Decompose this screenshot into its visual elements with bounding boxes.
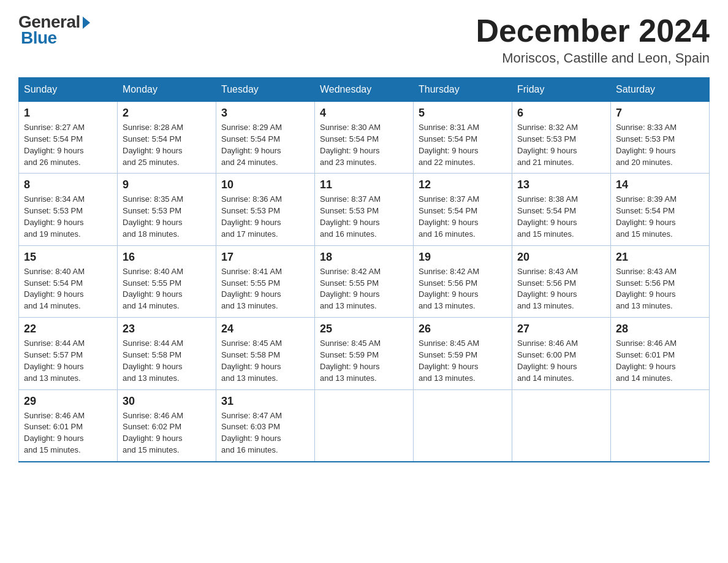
day-number: 11 (320, 178, 408, 191)
calendar-cell (512, 389, 611, 462)
calendar-cell: 10 Sunrise: 8:36 AMSunset: 5:53 PMDaylig… (216, 174, 315, 245)
day-number: 5 (419, 107, 507, 120)
calendar-cell: 7 Sunrise: 8:33 AMSunset: 5:53 PMDayligh… (611, 102, 710, 174)
calendar-cell: 1 Sunrise: 8:27 AMSunset: 5:54 PMDayligh… (19, 102, 118, 174)
day-info: Sunrise: 8:35 AMSunset: 5:53 PMDaylight:… (123, 194, 183, 239)
day-number: 23 (123, 323, 211, 335)
day-number: 27 (517, 323, 605, 335)
calendar-cell: 25 Sunrise: 8:45 AMSunset: 5:59 PMDaylig… (315, 318, 414, 389)
day-info: Sunrise: 8:46 AMSunset: 6:00 PMDaylight:… (517, 339, 578, 383)
location-title: Moriscos, Castille and Leon, Spain (476, 50, 710, 66)
day-number: 26 (419, 323, 507, 335)
logo-arrow-icon (83, 17, 90, 29)
day-info: Sunrise: 8:34 AMSunset: 5:53 PMDaylight:… (24, 194, 85, 239)
calendar-cell: 26 Sunrise: 8:45 AMSunset: 5:59 PMDaylig… (414, 318, 512, 389)
calendar-header-saturday: Saturday (611, 78, 710, 102)
day-info: Sunrise: 8:45 AMSunset: 5:59 PMDaylight:… (419, 339, 479, 383)
calendar-cell: 14 Sunrise: 8:39 AMSunset: 5:54 PMDaylig… (611, 174, 710, 245)
calendar-cell: 22 Sunrise: 8:44 AMSunset: 5:57 PMDaylig… (19, 318, 118, 389)
calendar-cell: 30 Sunrise: 8:46 AMSunset: 6:02 PMDaylig… (118, 389, 216, 462)
day-info: Sunrise: 8:40 AMSunset: 5:55 PMDaylight:… (123, 267, 183, 311)
day-info: Sunrise: 8:44 AMSunset: 5:58 PMDaylight:… (123, 339, 183, 383)
day-info: Sunrise: 8:29 AMSunset: 5:54 PMDaylight:… (221, 123, 282, 167)
calendar-cell: 12 Sunrise: 8:37 AMSunset: 5:54 PMDaylig… (414, 174, 512, 245)
day-number: 3 (221, 107, 309, 120)
calendar-cell: 21 Sunrise: 8:43 AMSunset: 5:56 PMDaylig… (611, 245, 710, 317)
day-number: 10 (221, 178, 309, 191)
calendar-cell: 13 Sunrise: 8:38 AMSunset: 5:54 PMDaylig… (512, 174, 611, 245)
calendar-cell: 17 Sunrise: 8:41 AMSunset: 5:55 PMDaylig… (216, 245, 315, 317)
day-number: 30 (123, 395, 211, 408)
day-info: Sunrise: 8:47 AMSunset: 6:03 PMDaylight:… (221, 411, 282, 455)
day-number: 25 (320, 323, 408, 335)
day-number: 28 (616, 323, 704, 335)
day-info: Sunrise: 8:43 AMSunset: 5:56 PMDaylight:… (517, 267, 578, 311)
day-info: Sunrise: 8:45 AMSunset: 5:58 PMDaylight:… (221, 339, 282, 383)
calendar-week-row: 15 Sunrise: 8:40 AMSunset: 5:54 PMDaylig… (19, 245, 710, 317)
day-info: Sunrise: 8:37 AMSunset: 5:53 PMDaylight:… (320, 194, 381, 239)
calendar-cell: 27 Sunrise: 8:46 AMSunset: 6:00 PMDaylig… (512, 318, 611, 389)
day-number: 6 (517, 107, 605, 120)
calendar-cell: 19 Sunrise: 8:42 AMSunset: 5:56 PMDaylig… (414, 245, 512, 317)
calendar-week-row: 29 Sunrise: 8:46 AMSunset: 6:01 PMDaylig… (19, 389, 710, 462)
day-number: 12 (419, 178, 507, 191)
calendar-cell: 16 Sunrise: 8:40 AMSunset: 5:55 PMDaylig… (118, 245, 216, 317)
day-info: Sunrise: 8:44 AMSunset: 5:57 PMDaylight:… (24, 339, 85, 383)
calendar-header-wednesday: Wednesday (315, 78, 414, 102)
day-number: 18 (320, 251, 408, 264)
day-info: Sunrise: 8:38 AMSunset: 5:54 PMDaylight:… (517, 194, 578, 239)
calendar-header-friday: Friday (512, 78, 611, 102)
day-info: Sunrise: 8:46 AMSunset: 6:01 PMDaylight:… (616, 339, 677, 383)
day-info: Sunrise: 8:39 AMSunset: 5:54 PMDaylight:… (616, 194, 677, 239)
day-number: 22 (24, 323, 112, 335)
day-info: Sunrise: 8:40 AMSunset: 5:54 PMDaylight:… (24, 267, 85, 311)
calendar-cell: 4 Sunrise: 8:30 AMSunset: 5:54 PMDayligh… (315, 102, 414, 174)
day-info: Sunrise: 8:33 AMSunset: 5:53 PMDaylight:… (616, 123, 677, 167)
calendar-cell: 31 Sunrise: 8:47 AMSunset: 6:03 PMDaylig… (216, 389, 315, 462)
calendar-cell (414, 389, 512, 462)
day-number: 14 (616, 178, 704, 191)
day-number: 29 (24, 395, 112, 408)
day-number: 8 (24, 178, 112, 191)
calendar-cell: 2 Sunrise: 8:28 AMSunset: 5:54 PMDayligh… (118, 102, 216, 174)
day-number: 19 (419, 251, 507, 264)
calendar-cell: 24 Sunrise: 8:45 AMSunset: 5:58 PMDaylig… (216, 318, 315, 389)
day-number: 4 (320, 107, 408, 120)
day-number: 17 (221, 251, 309, 264)
calendar-header-thursday: Thursday (414, 78, 512, 102)
calendar-week-row: 8 Sunrise: 8:34 AMSunset: 5:53 PMDayligh… (19, 174, 710, 245)
calendar-header-tuesday: Tuesday (216, 78, 315, 102)
day-number: 1 (24, 107, 112, 120)
day-info: Sunrise: 8:28 AMSunset: 5:54 PMDaylight:… (123, 123, 183, 167)
day-info: Sunrise: 8:46 AMSunset: 6:02 PMDaylight:… (123, 411, 183, 455)
day-info: Sunrise: 8:31 AMSunset: 5:54 PMDaylight:… (419, 123, 479, 167)
calendar-cell: 9 Sunrise: 8:35 AMSunset: 5:53 PMDayligh… (118, 174, 216, 245)
day-info: Sunrise: 8:42 AMSunset: 5:56 PMDaylight:… (419, 267, 479, 311)
calendar-cell: 11 Sunrise: 8:37 AMSunset: 5:53 PMDaylig… (315, 174, 414, 245)
calendar-week-row: 22 Sunrise: 8:44 AMSunset: 5:57 PMDaylig… (19, 318, 710, 389)
calendar-cell: 6 Sunrise: 8:32 AMSunset: 5:53 PMDayligh… (512, 102, 611, 174)
calendar-header-sunday: Sunday (19, 78, 118, 102)
day-info: Sunrise: 8:37 AMSunset: 5:54 PMDaylight:… (419, 194, 479, 239)
day-info: Sunrise: 8:36 AMSunset: 5:53 PMDaylight:… (221, 194, 282, 239)
title-block: December 2024 Moriscos, Castille and Leo… (476, 12, 710, 66)
calendar-cell: 18 Sunrise: 8:42 AMSunset: 5:55 PMDaylig… (315, 245, 414, 317)
day-number: 21 (616, 251, 704, 264)
calendar-cell: 8 Sunrise: 8:34 AMSunset: 5:53 PMDayligh… (19, 174, 118, 245)
day-info: Sunrise: 8:27 AMSunset: 5:54 PMDaylight:… (24, 123, 85, 167)
calendar-cell (315, 389, 414, 462)
day-info: Sunrise: 8:46 AMSunset: 6:01 PMDaylight:… (24, 411, 85, 455)
calendar-cell: 20 Sunrise: 8:43 AMSunset: 5:56 PMDaylig… (512, 245, 611, 317)
calendar-cell: 5 Sunrise: 8:31 AMSunset: 5:54 PMDayligh… (414, 102, 512, 174)
day-info: Sunrise: 8:42 AMSunset: 5:55 PMDaylight:… (320, 267, 381, 311)
day-number: 16 (123, 251, 211, 264)
calendar-cell: 23 Sunrise: 8:44 AMSunset: 5:58 PMDaylig… (118, 318, 216, 389)
day-number: 2 (123, 107, 211, 120)
day-info: Sunrise: 8:30 AMSunset: 5:54 PMDaylight:… (320, 123, 381, 167)
day-number: 20 (517, 251, 605, 264)
day-number: 13 (517, 178, 605, 191)
day-number: 9 (123, 178, 211, 191)
day-number: 7 (616, 107, 704, 120)
day-number: 31 (221, 395, 309, 408)
calendar-header-monday: Monday (118, 78, 216, 102)
